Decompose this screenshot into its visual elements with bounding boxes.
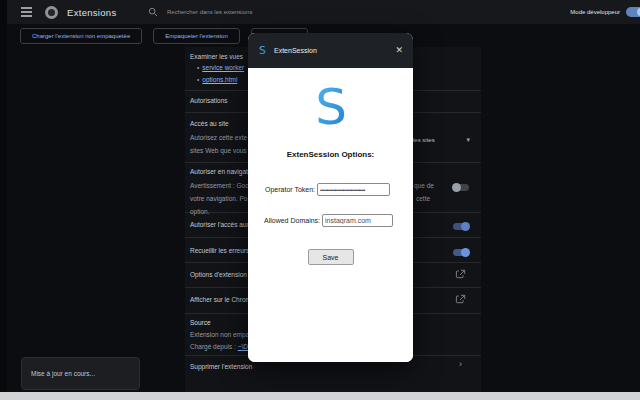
- incognito-warning-line1: Avertissement : Goo: [190, 182, 249, 189]
- toggle-knob: [452, 183, 461, 192]
- incognito-warning-fragment: cette: [416, 195, 430, 202]
- pack-extension-button[interactable]: Empaqueter l'extension: [153, 28, 240, 44]
- domains-label: Allowed Domains:: [264, 217, 320, 224]
- service-worker-link[interactable]: service worker: [202, 64, 244, 71]
- token-field-row: Operator Token:: [265, 183, 390, 196]
- search-bar: [148, 0, 319, 24]
- dev-mode-control: Mode développeur: [570, 0, 640, 24]
- window-left-edge: [0, 0, 7, 392]
- close-icon[interactable]: ✕: [395, 46, 403, 55]
- incognito-label: Autoriser en navigati: [190, 168, 249, 175]
- svg-text:S: S: [315, 80, 347, 132]
- loaded-from-row: Chargé depuis : ~\D: [190, 343, 248, 350]
- extensession-logo-large: S: [311, 80, 351, 132]
- incognito-toggle[interactable]: [453, 184, 469, 191]
- options-html-link[interactable]: options.html: [202, 76, 237, 83]
- view-in-store-label: Afficher sur le Chrom: [190, 296, 251, 303]
- permissions-label: Autorisations: [190, 97, 228, 104]
- chevron-right-icon: ›: [459, 360, 462, 369]
- file-urls-toggle[interactable]: [453, 223, 469, 230]
- site-access-dropdown[interactable]: les sites ▾: [413, 137, 470, 143]
- operator-token-input[interactable]: [317, 183, 390, 196]
- svg-text:S: S: [259, 44, 266, 57]
- window-bottom-strip: [0, 392, 640, 400]
- inspect-view-row: •options.html: [197, 76, 237, 83]
- incognito-warning-line2: votre navigation. Po: [190, 195, 247, 202]
- update-toast: Mise à jour en cours...: [21, 357, 140, 390]
- site-access-label: Accès au site: [190, 120, 229, 127]
- extensions-logo-core: [48, 9, 55, 16]
- chevron-down-icon: ▾: [466, 137, 470, 143]
- page-title: Extensions: [67, 7, 116, 18]
- collect-errors-toggle[interactable]: [453, 249, 469, 256]
- external-link-icon[interactable]: [455, 294, 466, 305]
- loaded-from-prefix: Chargé depuis :: [190, 343, 238, 350]
- extension-options-label: Options d'extension: [190, 271, 247, 278]
- save-button[interactable]: Save: [308, 249, 354, 265]
- dialog-heading: ExtenSession Options:: [248, 150, 413, 159]
- remove-extension-row[interactable]: Supprimer l'extension: [190, 363, 252, 370]
- site-access-desc-line2: sites Web que vous c: [190, 147, 252, 154]
- source-type: Extension non empa: [190, 331, 249, 338]
- dialog-body: S ExtenSession Options: Operator Token: …: [248, 68, 413, 362]
- dev-mode-label: Mode développeur: [570, 9, 620, 15]
- toggle-knob: [461, 222, 470, 231]
- token-label: Operator Token:: [265, 186, 315, 193]
- source-label: Source: [190, 319, 211, 326]
- inspect-view-row: •service worker: [197, 64, 244, 71]
- collect-errors-label: Recueillir les erreurs: [190, 247, 249, 254]
- site-access-dropdown-value: les sites: [413, 137, 435, 143]
- file-urls-label: Autoriser l'accès aux: [190, 221, 250, 228]
- search-input[interactable]: [165, 8, 319, 16]
- bullet: •: [197, 76, 199, 83]
- incognito-warning-fragment: que de: [414, 182, 434, 189]
- extensions-page: Extensions Mode développeur Charger l'ex…: [0, 0, 640, 400]
- allowed-domains-input[interactable]: [322, 214, 393, 227]
- loaded-from-link[interactable]: ~\D: [238, 343, 248, 350]
- incognito-warning-line3: option.: [190, 208, 210, 215]
- app-header: Extensions Mode développeur: [0, 0, 640, 24]
- search-icon: [148, 7, 158, 17]
- extensession-logo-icon: S: [258, 44, 267, 57]
- site-access-desc-line1: Autorisez cette exte: [190, 134, 247, 141]
- extensions-logo-icon: [45, 6, 58, 19]
- dialog-header: S ExtenSession ✕: [248, 33, 413, 68]
- menu-icon[interactable]: [21, 11, 32, 13]
- external-link-icon[interactable]: [455, 269, 466, 280]
- dev-mode-toggle[interactable]: [626, 7, 640, 17]
- toggle-knob: [461, 248, 470, 257]
- domains-field-row: Allowed Domains:: [264, 214, 393, 227]
- bullet: •: [197, 64, 199, 71]
- load-unpacked-button[interactable]: Charger l'extension non empaquetée: [20, 28, 142, 44]
- dialog-title: ExtenSession: [274, 47, 317, 54]
- extensession-options-dialog: S ExtenSession ✕ S ExtenSession Options:…: [248, 33, 413, 362]
- inspect-views-label: Examiner les vues: [190, 53, 243, 60]
